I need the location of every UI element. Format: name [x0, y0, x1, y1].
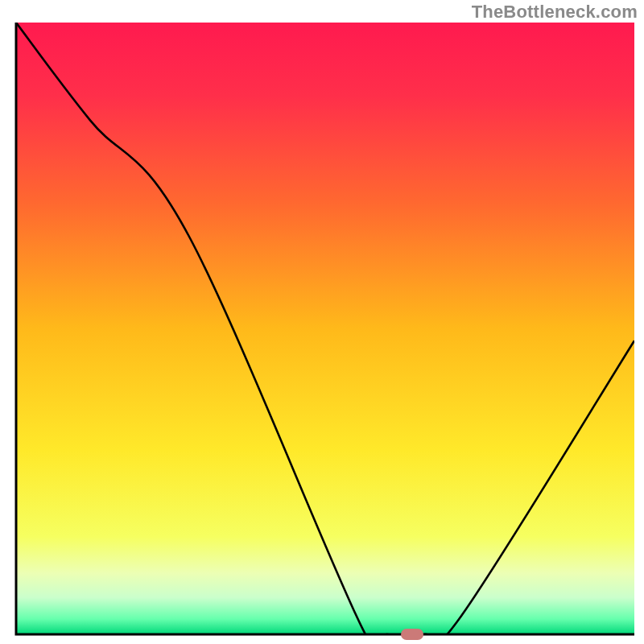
chart-container: TheBottleneck.com — [0, 0, 644, 644]
optimal-point-marker — [401, 629, 423, 640]
watermark-label: TheBottleneck.com — [472, 2, 638, 23]
bottleneck-chart — [0, 0, 644, 644]
